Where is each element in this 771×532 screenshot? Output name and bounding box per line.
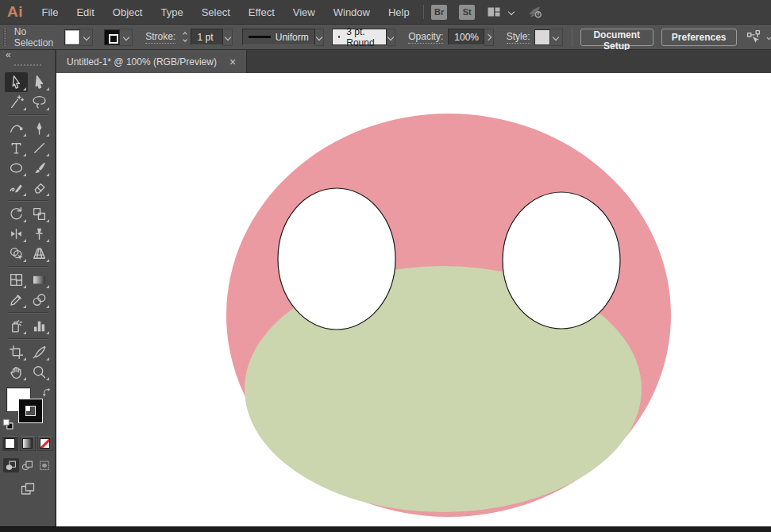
ellipse-tool[interactable] xyxy=(5,158,28,178)
select-similar-icon[interactable] xyxy=(746,29,761,44)
menu-help[interactable]: Help xyxy=(379,6,418,18)
tools-panel-grip[interactable] xyxy=(14,64,41,68)
none-button[interactable] xyxy=(37,436,53,451)
menu-list: FileEditObjectTypeSelectEffectViewWindow… xyxy=(33,6,418,18)
lasso-tool[interactable] xyxy=(28,92,51,112)
menu-object[interactable]: Object xyxy=(103,6,152,18)
shape-builder-tool[interactable] xyxy=(5,244,28,264)
opacity-panel-link[interactable]: Opacity: xyxy=(408,31,443,44)
direct-selection-tool[interactable] xyxy=(28,72,51,92)
pen-tool[interactable] xyxy=(28,118,51,138)
symbol-sprayer-tool[interactable] xyxy=(5,316,28,336)
bridge-button[interactable]: Br xyxy=(431,5,447,20)
paintbrush-tool[interactable] xyxy=(28,158,51,178)
artboard-svg[interactable] xyxy=(56,73,769,526)
preferences-button[interactable]: Preferences xyxy=(661,29,737,46)
artboard-tool[interactable] xyxy=(5,342,28,362)
brush-dropdown[interactable]: 3 pt. Round xyxy=(332,29,387,45)
shaper-tool[interactable] xyxy=(5,178,28,198)
type-tool[interactable] xyxy=(5,138,28,158)
fill-chevron-button[interactable] xyxy=(80,29,93,46)
stroke-color-well[interactable] xyxy=(19,399,42,422)
gradient-tool[interactable] xyxy=(28,270,51,290)
slice-tool[interactable] xyxy=(28,342,51,362)
fill-swatch[interactable] xyxy=(64,29,80,45)
select-similar-chevron-icon[interactable] xyxy=(766,34,771,40)
gradient-button[interactable] xyxy=(20,436,36,451)
hand-tool[interactable] xyxy=(5,362,28,382)
draw-normal-button[interactable] xyxy=(3,458,19,472)
tool-flyout-indicator xyxy=(23,173,26,176)
workspace-switcher-icon[interactable] xyxy=(487,5,501,19)
document-setup-button[interactable]: Document Setup xyxy=(580,29,653,46)
puppet-warp-tool[interactable] xyxy=(28,224,51,244)
tool-flyout-indicator xyxy=(23,193,26,196)
rotate-tool[interactable] xyxy=(5,204,28,224)
menu-edit[interactable]: Edit xyxy=(67,6,103,18)
blend-tool[interactable] xyxy=(28,290,51,310)
stock-button[interactable]: St xyxy=(459,5,475,20)
default-fill-stroke-icon[interactable] xyxy=(2,418,14,430)
eyedropper-tool[interactable] xyxy=(5,290,28,310)
draw-inside-button[interactable] xyxy=(37,458,52,472)
menu-file[interactable]: File xyxy=(33,6,67,18)
tool-group xyxy=(5,118,51,198)
change-screen-mode-button[interactable] xyxy=(18,482,37,498)
style-dropdown[interactable] xyxy=(534,29,563,46)
width-tool[interactable] xyxy=(5,224,28,244)
width-profile-dropdown[interactable]: Uniform xyxy=(242,29,315,45)
tools-collapse-button[interactable]: « xyxy=(0,50,55,62)
draw-behind-button[interactable] xyxy=(20,458,36,472)
stroke-weight-field[interactable]: 1 pt xyxy=(191,29,223,45)
stepper-up-icon[interactable] xyxy=(183,32,187,37)
stroke-weight-chevron-button[interactable] xyxy=(223,29,232,46)
scale-tool[interactable] xyxy=(28,204,51,224)
zoom-tool[interactable] xyxy=(28,362,51,382)
curvature-tool[interactable] xyxy=(5,118,28,138)
brush-chevron-button[interactable] xyxy=(387,29,395,46)
tool-flyout-indicator xyxy=(23,357,26,360)
tool-flyout-indicator xyxy=(23,107,26,110)
left-eye[interactable] xyxy=(278,188,395,330)
menu-effect[interactable]: Effect xyxy=(239,6,283,18)
style-chevron-button[interactable] xyxy=(550,29,563,46)
fill-color-dropdown[interactable] xyxy=(64,29,93,46)
tool-flyout-indicator xyxy=(23,153,26,156)
menu-select[interactable]: Select xyxy=(192,6,239,18)
workspace-chevron-icon[interactable] xyxy=(508,9,515,15)
artboard-canvas[interactable] xyxy=(56,73,771,526)
tab-close-icon[interactable]: × xyxy=(229,56,236,67)
stroke-panel-link[interactable]: Stroke: xyxy=(145,31,175,44)
window-bottom-strip xyxy=(0,526,771,532)
line-segment-tool[interactable] xyxy=(28,138,51,158)
selection-tool[interactable] xyxy=(5,72,28,92)
color-button[interactable] xyxy=(2,436,18,451)
mesh-tool[interactable] xyxy=(5,270,28,290)
swap-fill-stroke-icon[interactable] xyxy=(42,387,53,399)
gpu-performance-icon[interactable] xyxy=(528,5,542,19)
eraser-tool[interactable] xyxy=(28,178,51,198)
menu-type[interactable]: Type xyxy=(152,6,192,18)
toolbar-separator xyxy=(8,338,48,340)
stepper-down-icon[interactable] xyxy=(183,37,187,42)
width-profile-chevron-button[interactable] xyxy=(315,29,324,46)
stroke-swatch[interactable] xyxy=(104,29,120,45)
document-tab[interactable]: Untitled-1* @ 100% (RGB/Preview) × xyxy=(56,50,247,73)
menu-window[interactable]: Window xyxy=(324,6,379,18)
menu-view[interactable]: View xyxy=(283,6,324,18)
opacity-field[interactable]: 100% xyxy=(448,29,484,45)
right-eye[interactable] xyxy=(503,192,620,329)
magic-wand-tool[interactable] xyxy=(5,92,28,112)
tool-group xyxy=(5,204,51,264)
stroke-color-dropdown[interactable] xyxy=(104,29,133,46)
tool-flyout-indicator xyxy=(46,331,49,334)
opacity-expand-button[interactable] xyxy=(484,29,493,46)
perspective-grid-tool[interactable] xyxy=(28,244,51,264)
tool-flyout-indicator xyxy=(23,87,26,91)
control-bar-grip[interactable] xyxy=(3,29,7,46)
tool-flyout-indicator xyxy=(46,219,49,222)
stroke-weight-stepper[interactable] xyxy=(182,33,188,41)
stroke-chevron-button[interactable] xyxy=(120,29,133,46)
style-swatch[interactable] xyxy=(534,29,550,45)
column-graph-tool[interactable] xyxy=(28,316,51,336)
